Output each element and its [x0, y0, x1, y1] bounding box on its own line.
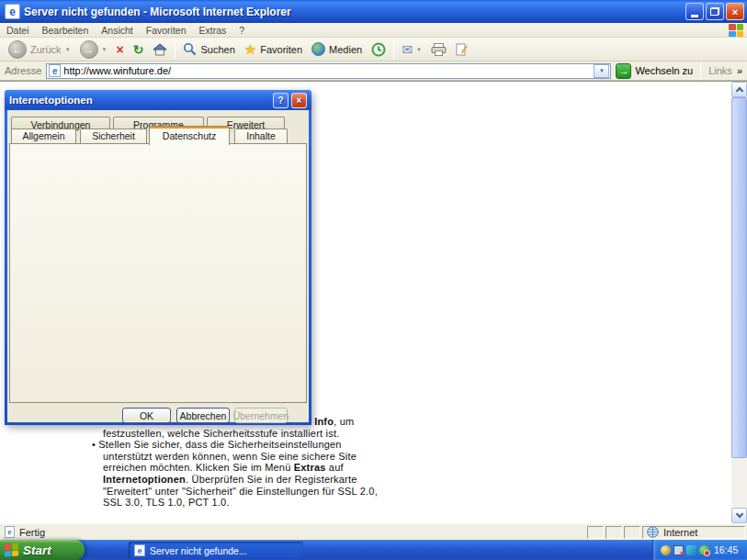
title-bar: e Server nicht gefunden - Microsoft Inte… [0, 0, 747, 23]
scroll-down-button[interactable] [731, 508, 747, 523]
links-chevron-icon[interactable]: » [737, 65, 742, 76]
system-tray: 16:45 [652, 540, 747, 560]
address-dropdown-button[interactable]: ▼ [594, 64, 609, 78]
scroll-up-button[interactable] [731, 82, 747, 97]
history-button[interactable] [367, 39, 390, 61]
toolbar: ← Zurück ▼ → ▼ × ↻ Suchen [0, 38, 747, 62]
dialog-close-button[interactable]: × [291, 93, 307, 108]
error-page-text: Klicken Sie auf das Menü Hilfe und dann … [92, 416, 378, 509]
edit-button[interactable] [451, 39, 473, 61]
tray-utility-icon[interactable] [686, 545, 696, 555]
stop-button[interactable]: × [112, 39, 129, 61]
mail-button[interactable]: ✉ ▼ [397, 39, 426, 61]
taskbar-task-button[interactable]: e Server nicht gefunde... [129, 542, 303, 559]
forward-button[interactable]: → ▼ [75, 39, 112, 61]
back-label: Zurück [30, 44, 62, 55]
media-globe-icon [311, 42, 325, 56]
task-ie-icon: e [134, 544, 145, 556]
internet-options-dialog: Internetoptionen ? × Verbindungen Progra… [5, 90, 311, 425]
dialog-title: Internetoptionen [9, 95, 270, 106]
refresh-icon: ↻ [133, 42, 144, 57]
back-button[interactable]: ← Zurück ▼ [4, 39, 75, 61]
dialog-help-button[interactable]: ? [273, 93, 289, 108]
edit-icon [456, 43, 469, 56]
menu-extras[interactable]: Extras [199, 25, 227, 36]
search-button[interactable]: Suchen [178, 39, 239, 61]
go-arrow-icon: → [616, 63, 631, 79]
vertical-scrollbar[interactable] [731, 82, 747, 523]
favorites-button[interactable]: ★ Favoriten [240, 39, 307, 61]
address-input[interactable] [63, 64, 591, 77]
status-pane [624, 526, 640, 539]
status-page-icon: e [5, 526, 15, 538]
windows-logo-icon [729, 24, 743, 37]
menu-favoriten[interactable]: Favoriten [146, 25, 187, 36]
go-button[interactable]: → Wechseln zu [616, 63, 693, 79]
menu-ansicht[interactable]: Ansicht [101, 25, 132, 36]
status-text: Fertig [19, 527, 45, 538]
scrollbar-thumb[interactable] [731, 97, 747, 458]
menu-datei[interactable]: Datei [6, 25, 29, 36]
dialog-title-bar: Internetoptionen ? × [5, 90, 311, 110]
tab-datenschutz-active[interactable]: Datenschutz [149, 126, 230, 145]
print-icon [431, 43, 447, 56]
address-field: e ▼ [46, 63, 611, 79]
close-button[interactable]: × [726, 3, 744, 20]
tab-inhalte[interactable]: Inhalte [234, 129, 288, 143]
page-icon: e [49, 64, 61, 77]
windows-flag-icon [5, 543, 18, 556]
browser-window: e Server nicht gefunden - Microsoft Inte… [0, 0, 747, 560]
status-main-panel: e Fertig [2, 526, 585, 539]
tab-sicherheit[interactable]: Sicherheit [80, 129, 147, 143]
toolbar-separator [393, 40, 394, 59]
addressbar-separator [700, 62, 701, 80]
chevron-down-icon: ▼ [599, 68, 605, 73]
apply-button: Übernehmen [234, 408, 288, 423]
cancel-button[interactable]: Abbrechen [176, 408, 230, 423]
links-label[interactable]: Links [708, 65, 732, 76]
status-bar: e Fertig Internet [0, 523, 747, 540]
close-icon: × [732, 6, 738, 17]
media-label: Medien [329, 44, 362, 55]
ok-button[interactable]: OK [122, 408, 171, 423]
tray-messenger-icon[interactable] [699, 545, 709, 555]
history-clock-icon [371, 42, 386, 57]
clock: 16:45 [714, 544, 738, 555]
ie-logo-icon: e [5, 4, 20, 19]
back-icon: ← [8, 40, 27, 59]
media-button[interactable]: Medien [307, 39, 367, 61]
forward-dropdown-icon: ▼ [102, 47, 108, 52]
tray-network-offline-icon[interactable] [673, 545, 684, 555]
mail-dropdown-icon: ▼ [416, 47, 422, 52]
taskbar: Start e Server nicht gefunde... 16:45 [0, 540, 747, 560]
start-button[interactable]: Start [0, 540, 85, 560]
search-icon [183, 42, 197, 56]
help-icon: ? [277, 95, 283, 106]
datenschutz-tab-panel [9, 143, 307, 403]
menu-hilfe[interactable]: ? [239, 25, 244, 36]
address-label: Adresse [5, 65, 41, 76]
status-pane [606, 526, 622, 539]
home-button[interactable] [148, 39, 172, 61]
back-dropdown-icon: ▼ [65, 47, 71, 52]
refresh-button[interactable]: ↻ [129, 39, 149, 61]
menu-bar: Datei Bearbeiten Ansicht Favoriten Extra… [0, 23, 747, 38]
restore-button[interactable] [706, 3, 724, 20]
status-pane [587, 526, 604, 539]
favorites-star-icon: ★ [244, 41, 256, 58]
forward-icon: → [80, 40, 98, 59]
chevron-down-icon [735, 510, 742, 518]
stop-icon: × [117, 42, 124, 57]
go-label: Wechseln zu [635, 65, 693, 76]
tab-allgemein[interactable]: Allgemein [11, 129, 76, 143]
close-icon: × [297, 95, 302, 106]
tray-volume-icon[interactable] [661, 545, 671, 555]
start-label: Start [23, 543, 51, 557]
window-title: Server nicht gefunden - Microsoft Intern… [24, 6, 684, 18]
task-label: Server nicht gefunde... [150, 545, 247, 556]
print-button[interactable] [426, 39, 451, 61]
mail-icon: ✉ [402, 42, 413, 57]
search-label: Suchen [200, 44, 234, 55]
menu-bearbeiten[interactable]: Bearbeiten [42, 25, 89, 36]
minimize-button[interactable] [685, 3, 704, 20]
